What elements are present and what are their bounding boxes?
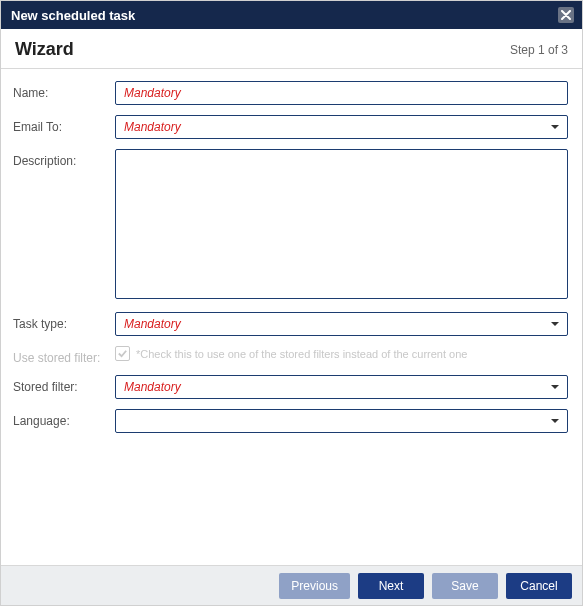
label-description: Description: bbox=[13, 149, 115, 168]
chevron-down-icon bbox=[543, 122, 567, 132]
label-stored-filter: Stored filter: bbox=[13, 375, 115, 394]
email-to-value: Mandatory bbox=[116, 120, 543, 134]
check-icon bbox=[117, 348, 128, 359]
save-button[interactable]: Save bbox=[432, 573, 498, 599]
name-input[interactable] bbox=[115, 81, 568, 105]
close-icon bbox=[561, 10, 571, 20]
use-stored-filter-checkbox-row: *Check this to use one of the stored fil… bbox=[115, 346, 568, 361]
stored-filter-select[interactable]: Mandatory bbox=[115, 375, 568, 399]
label-language: Language: bbox=[13, 409, 115, 428]
cancel-button[interactable]: Cancel bbox=[506, 573, 572, 599]
next-button[interactable]: Next bbox=[358, 573, 424, 599]
email-to-select[interactable]: Mandatory bbox=[115, 115, 568, 139]
page-title: Wizard bbox=[15, 39, 74, 60]
description-textarea[interactable] bbox=[115, 149, 568, 299]
row-description: Description: bbox=[13, 149, 572, 302]
row-email-to: Email To: Mandatory bbox=[13, 115, 572, 139]
language-select[interactable] bbox=[115, 409, 568, 433]
previous-button[interactable]: Previous bbox=[279, 573, 350, 599]
label-name: Name: bbox=[13, 81, 115, 100]
row-stored-filter: Stored filter: Mandatory bbox=[13, 375, 572, 399]
dialog-titlebar: New scheduled task bbox=[1, 1, 582, 29]
row-language: Language: bbox=[13, 409, 572, 433]
wizard-header: Wizard Step 1 of 3 bbox=[1, 29, 582, 69]
chevron-down-icon bbox=[543, 382, 567, 392]
row-name: Name: bbox=[13, 81, 572, 105]
label-email-to: Email To: bbox=[13, 115, 115, 134]
label-task-type: Task type: bbox=[13, 312, 115, 331]
chevron-down-icon bbox=[543, 319, 567, 329]
chevron-down-icon bbox=[543, 416, 567, 426]
dialog-footer: Previous Next Save Cancel bbox=[1, 565, 582, 605]
use-stored-filter-hint: *Check this to use one of the stored fil… bbox=[136, 348, 467, 360]
row-task-type: Task type: Mandatory bbox=[13, 312, 572, 336]
use-stored-filter-checkbox[interactable] bbox=[115, 346, 130, 361]
task-type-value: Mandatory bbox=[116, 317, 543, 331]
label-use-stored-filter: Use stored filter: bbox=[13, 346, 115, 365]
stored-filter-value: Mandatory bbox=[116, 380, 543, 394]
close-button[interactable] bbox=[558, 7, 574, 23]
wizard-form: Name: Email To: Mandatory Description: T… bbox=[1, 69, 582, 433]
task-type-select[interactable]: Mandatory bbox=[115, 312, 568, 336]
dialog-title: New scheduled task bbox=[11, 8, 135, 23]
row-use-stored-filter: Use stored filter: *Check this to use on… bbox=[13, 346, 572, 365]
step-indicator: Step 1 of 3 bbox=[510, 43, 568, 57]
